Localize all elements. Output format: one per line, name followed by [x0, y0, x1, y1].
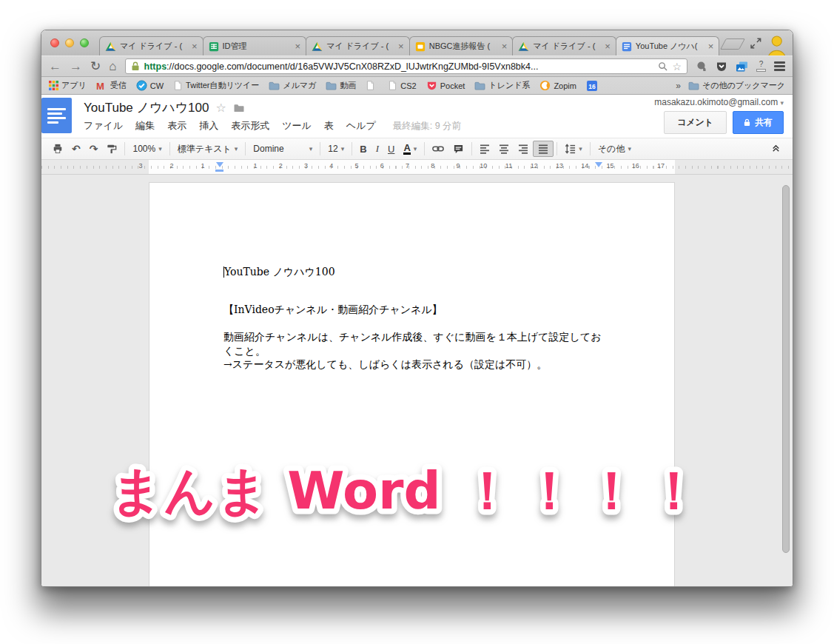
undo-button[interactable]: ↶ — [67, 141, 85, 157]
star-icon[interactable]: ☆ — [216, 101, 226, 115]
insert-link-button[interactable] — [428, 141, 448, 157]
close-window-button[interactable] — [50, 38, 59, 47]
share-button[interactable]: 共有 — [733, 111, 784, 134]
italic-button[interactable]: I — [371, 141, 383, 157]
tab-id-management[interactable]: ID管理 × — [203, 36, 307, 56]
docs-logo[interactable] — [41, 98, 72, 133]
tab-youtube-knowhow-active[interactable]: YouTube ノウハ( × — [616, 36, 720, 56]
forward-button[interactable]: → — [70, 60, 82, 73]
tab-my-drive-2[interactable]: マイ ドライブ - ( × — [306, 36, 410, 56]
menu-item-view[interactable]: 表示 — [167, 119, 186, 133]
align-left-button[interactable] — [475, 141, 494, 157]
doc-heading-line[interactable]: 【InVideoチャンネル・動画紹介チャンネル】 — [223, 303, 608, 317]
tab-my-drive-1[interactable]: マイ ドライブ - ( × — [99, 36, 204, 56]
bookmarks-overflow-chevron[interactable]: » — [676, 81, 681, 91]
tab-nbgc-report[interactable]: NBGC進捗報告 ( × — [409, 36, 514, 56]
reload-button[interactable]: ↻ — [90, 60, 101, 73]
paragraph-style-select[interactable]: 標準テキスト▾ — [173, 141, 243, 157]
ruler[interactable]: 321 1234567891011121314151617 — [41, 160, 793, 175]
account-email[interactable]: masakazu.okimoto@gmail.com ▾ — [654, 97, 784, 107]
other-bookmarks-folder[interactable]: その他のブックマーク — [688, 80, 785, 91]
zoom-select[interactable]: 100%▾ — [128, 141, 166, 157]
bookmark-item-apps[interactable]: アプリ — [49, 80, 87, 91]
search-icon[interactable] — [658, 61, 667, 71]
bookmark-item-twitter-retweet[interactable]: Twitter自動リツイー — [173, 80, 259, 91]
bookmark-label: Pocket — [440, 81, 465, 90]
redo-button[interactable]: ↷ — [85, 141, 103, 157]
menu-item-help[interactable]: ヘルプ — [346, 119, 376, 133]
zoom-window-button[interactable] — [80, 38, 89, 47]
bookmark-item-trend[interactable]: トレンド系 — [474, 80, 530, 91]
menu-item-format[interactable]: 表示形式 — [231, 119, 269, 133]
tab-my-drive-3[interactable]: マイ ドライブ - ( × — [512, 36, 616, 56]
bookmark-item-video[interactable]: 動画 — [326, 80, 356, 91]
bold-button[interactable]: B — [355, 141, 371, 157]
minimize-window-button[interactable] — [65, 38, 74, 47]
calendar-icon: 16 — [586, 80, 598, 92]
photos-icon[interactable] — [736, 61, 748, 73]
bookmark-label: 受信 — [110, 80, 127, 91]
pocket-extension-icon[interactable] — [716, 61, 727, 73]
close-tab-icon[interactable]: × — [295, 43, 301, 50]
close-tab-icon[interactable]: × — [192, 43, 198, 50]
bookmark-item-pocket[interactable]: Pocket — [426, 80, 465, 91]
right-indent-marker[interactable] — [595, 162, 602, 171]
insert-comment-button[interactable] — [448, 141, 468, 157]
bookmark-item-cw[interactable]: CW — [136, 80, 164, 91]
home-button[interactable]: ⌂ — [109, 60, 116, 73]
move-folder-icon[interactable] — [233, 103, 245, 113]
tab-label: マイ ドライブ - ( — [326, 41, 394, 52]
bookmark-item-cs2[interactable]: CS2 — [388, 80, 416, 91]
close-tab-icon[interactable]: × — [708, 43, 714, 50]
back-button[interactable]: ← — [49, 60, 61, 73]
menu-item-insert[interactable]: 挿入 — [199, 119, 218, 133]
drive-icon — [105, 41, 116, 52]
link-icon — [432, 144, 444, 154]
doc-paragraph[interactable]: 動画紹介チャンネルは、チャンネル作成後、すぐに動画を１本上げて設定してお くこと… — [223, 330, 608, 372]
evernote-icon[interactable] — [696, 61, 707, 73]
last-edit-status[interactable]: 最終編集: 9 分前 — [393, 120, 461, 133]
document-canvas[interactable]: YouTube ノウハウ100 【InVideoチャンネル・動画紹介チャンネル】… — [41, 175, 793, 586]
font-size-select[interactable]: 12▾ — [323, 141, 349, 157]
collapse-toolbar-button[interactable] — [770, 142, 781, 155]
help-icon[interactable]: ? — [756, 61, 766, 72]
italic-icon: I — [376, 143, 379, 155]
paint-format-button[interactable] — [102, 141, 121, 157]
bookmark-item-calendar[interactable]: 16 — [586, 80, 598, 92]
font-value: Domine — [253, 144, 283, 154]
document-page[interactable]: YouTube ノウハウ100 【InVideoチャンネル・動画紹介チャンネル】… — [149, 182, 675, 586]
bookmark-item-gmail[interactable]: M 受信 — [96, 80, 127, 91]
align-center-button[interactable] — [494, 141, 514, 157]
tab-label: YouTube ノウハ( — [636, 41, 704, 52]
bookmark-star-icon[interactable]: ☆ — [672, 61, 682, 73]
bookmark-item-zopim[interactable]: Zopim — [539, 80, 576, 91]
line-spacing-button[interactable]: ▾ — [560, 141, 587, 157]
close-tab-icon[interactable]: × — [502, 43, 508, 50]
close-tab-icon[interactable]: × — [398, 43, 404, 50]
bookmark-item-untitled[interactable] — [366, 80, 378, 91]
text-color-button[interactable]: A▾ — [399, 141, 421, 157]
help-bar — [756, 69, 766, 72]
font-select[interactable]: Domine▾ — [249, 141, 317, 157]
fullscreen-icon[interactable] — [750, 37, 762, 50]
justify-button[interactable] — [533, 141, 554, 157]
address-bar[interactable]: https://docs.google.com/document/d/16a5V… — [125, 58, 687, 74]
menu-item-tools[interactable]: ツール — [282, 119, 312, 133]
menu-item-edit[interactable]: 編集 — [135, 119, 155, 133]
zoom-value: 100% — [132, 144, 155, 154]
vertical-scrollbar[interactable] — [782, 185, 790, 553]
menu-item-table[interactable]: 表 — [324, 119, 334, 133]
align-right-button[interactable] — [514, 141, 533, 157]
more-button[interactable]: その他▾ — [593, 141, 636, 157]
comments-button[interactable]: コメント — [664, 111, 727, 134]
menu-item-file[interactable]: ファイル — [84, 119, 123, 133]
document-title[interactable]: YouTube ノウハウ100 — [84, 99, 209, 116]
left-margin-marker[interactable] — [215, 170, 223, 172]
close-tab-icon[interactable]: × — [605, 43, 611, 50]
underline-button[interactable]: U — [383, 141, 399, 157]
menu-icon[interactable] — [774, 61, 785, 71]
print-button[interactable] — [48, 141, 67, 157]
new-tab-button[interactable] — [720, 38, 745, 50]
doc-title-line[interactable]: YouTube ノウハウ100 — [223, 266, 608, 279]
bookmark-item-mailmag[interactable]: メルマガ — [269, 80, 316, 91]
